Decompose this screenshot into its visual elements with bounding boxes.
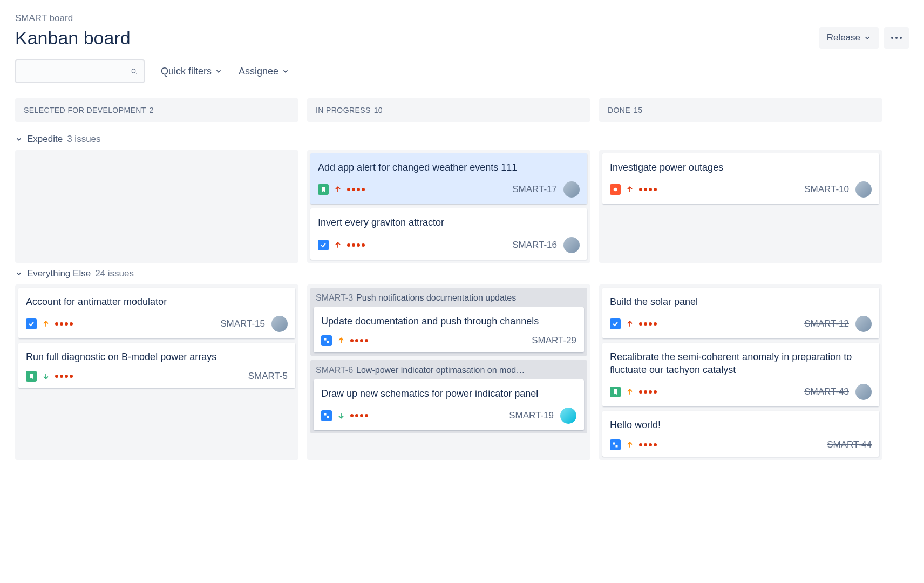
quick-filters-button[interactable]: Quick filters [161,66,222,77]
issue-card[interactable]: Update documentation and push through ch… [314,307,584,352]
issue-type-sub-icon [321,410,332,421]
issue-card[interactable]: Investigate power outages SMART-10 [602,153,879,204]
dots-indicator [639,322,657,326]
assignee-avatar[interactable] [855,384,872,400]
chevron-down-icon [282,67,289,75]
swimlane-header[interactable]: Everything Else 24 issues [15,268,909,279]
more-button[interactable] [884,27,909,49]
issue-type-task-icon [610,318,621,329]
search-icon [131,66,137,76]
dots-indicator [350,414,368,417]
search-box[interactable] [15,59,145,83]
dots-indicator [347,243,365,247]
breadcrumb[interactable]: SMART board [15,13,909,24]
issue-card[interactable]: Add app alert for changed weather events… [310,153,587,204]
issue-type-task-icon [26,318,37,329]
svg-rect-12 [327,341,329,343]
card-footer: SMART-15 [26,316,288,332]
assignee-button[interactable]: Assignee [239,66,289,77]
card-footer: SMART-43 [610,384,872,400]
issue-type-task-icon [318,240,329,250]
parent-title: Push notifications documentation updates [356,293,516,303]
assignee-avatar[interactable] [271,316,288,332]
assignee-label: Assignee [239,66,278,77]
swimlane-name: Everything Else [27,268,91,279]
subtask-parent[interactable]: SMART-6 Low-power indicator optimasation… [310,360,587,379]
issue-key[interactable]: SMART-29 [532,335,576,346]
issue-key[interactable]: SMART-44 [827,439,872,450]
chevron-down-icon [15,135,23,143]
assignee-avatar[interactable] [855,181,872,198]
svg-rect-15 [327,416,329,418]
lane-cell[interactable]: Add app alert for changed weather events… [307,150,590,263]
issue-key[interactable]: SMART-19 [509,410,554,421]
parent-key: SMART-3 [316,293,353,303]
issue-type-story-icon [26,371,37,382]
swimlane-header[interactable]: Expedite 3 issues [15,134,909,145]
release-label: Release [827,32,860,43]
dots-indicator [347,188,365,191]
assignee-avatar[interactable] [563,181,580,198]
priority-icon [334,186,342,193]
issue-card[interactable]: Recalibrate the semi-coherent anomaly in… [602,343,879,407]
lane-cell[interactable] [15,150,298,263]
svg-rect-20 [616,445,618,447]
assignee-avatar[interactable] [560,408,576,424]
issue-card[interactable]: Hello world! SMART-44 [602,411,879,456]
subtask-parent[interactable]: SMART-3 Push notifications documentation… [310,288,587,307]
issue-title: Build the solar panel [610,295,872,308]
column-label: Selected for Development [24,106,146,114]
lane-cell[interactable]: Build the solar panel SMART-12 Recalibra… [599,284,882,460]
issue-card[interactable]: Draw up new schematics for power indicat… [314,379,584,430]
issue-key[interactable]: SMART-10 [804,184,849,195]
issue-title: Hello world! [610,418,872,431]
issue-key[interactable]: SMART-15 [220,318,265,329]
search-input[interactable] [23,66,131,76]
svg-rect-19 [613,442,615,444]
issue-key[interactable]: SMART-43 [804,387,849,397]
dots-indicator [639,188,657,191]
svg-rect-14 [324,413,327,416]
issue-card[interactable]: Account for antimatter modulator SMART-1… [18,288,295,338]
issue-key[interactable]: SMART-5 [248,371,288,382]
issue-title: Investigate power outages [610,161,872,174]
card-footer: SMART-12 [610,316,872,332]
column-label: Done [608,106,630,114]
card-footer: SMART-29 [321,335,576,346]
release-button[interactable]: Release [819,27,879,49]
issue-key[interactable]: SMART-12 [804,318,849,329]
dots-indicator [350,339,368,342]
quick-filters-label: Quick filters [161,66,212,77]
assignee-avatar[interactable] [855,316,872,332]
swimlane-count: 3 issues [67,134,100,145]
issue-title: Recalibrate the semi-coherent anomaly in… [610,350,872,377]
priority-icon [337,337,345,344]
column-header[interactable]: In Progress 10 [307,98,590,122]
dots-indicator [639,443,657,446]
issue-card[interactable]: Invert every graviton attractor SMART-16 [310,208,587,259]
column-header[interactable]: Selected for Development 2 [15,98,298,122]
svg-point-2 [900,37,902,39]
issue-key[interactable]: SMART-17 [512,184,557,195]
issue-key[interactable]: SMART-16 [512,240,557,250]
lane-cell[interactable]: SMART-3 Push notifications documentation… [307,284,590,460]
filters-row: Quick filters Assignee [15,59,909,83]
lane-cell[interactable]: Investigate power outages SMART-10 [599,150,882,263]
column-header[interactable]: Done 15 [599,98,882,122]
lane-cell[interactable]: Account for antimatter modulator SMART-1… [15,284,298,460]
chevron-down-icon [864,34,871,42]
priority-icon [626,186,634,193]
dots-indicator [639,390,657,394]
issue-type-sub-icon [321,335,332,346]
issue-type-story-icon [318,184,329,195]
issue-card[interactable]: Build the solar panel SMART-12 [602,288,879,338]
svg-point-3 [132,69,135,73]
assignee-avatar[interactable] [563,237,580,253]
svg-point-7 [614,188,617,192]
swimlane-row: Add app alert for changed weather events… [15,150,909,263]
priority-icon [626,441,634,449]
more-icon [891,36,902,39]
issue-title: Draw up new schematics for power indicat… [321,387,576,400]
issue-card[interactable]: Run full diagnostic on B-model power arr… [18,343,295,388]
column-count: 2 [150,106,154,114]
